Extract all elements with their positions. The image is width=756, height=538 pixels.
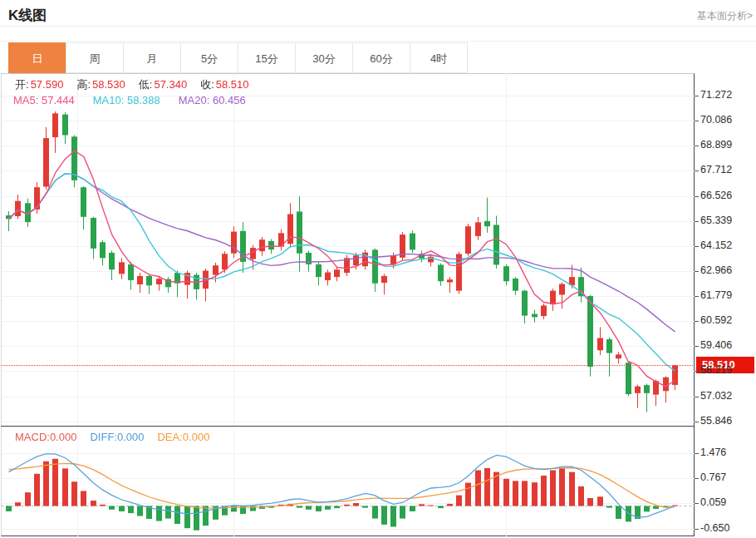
tab-周[interactable]: 周 <box>66 42 124 73</box>
y-axis-tick <box>695 346 699 347</box>
y-axis-label: 61.779 <box>700 289 732 301</box>
y-axis-tick <box>695 246 699 247</box>
close-value: 58.510 <box>216 78 249 91</box>
y-axis-tick <box>695 221 699 222</box>
chart-area: 开:57.590 高:58.530 低:57.340 收:58.510 MA5:… <box>0 73 756 538</box>
y-axis-label: 59.406 <box>700 339 732 351</box>
open-label: 开: <box>15 78 29 91</box>
tab-日[interactable]: 日 <box>8 42 66 73</box>
y-axis-tick <box>695 196 699 197</box>
y-axis-label: 1.476 <box>700 447 726 458</box>
y-axis-label: -0.650 <box>700 522 729 534</box>
tab-60分[interactable]: 60分 <box>352 42 410 73</box>
y-axis-label: 71.272 <box>700 89 732 101</box>
y-axis-label: 0.059 <box>700 496 726 508</box>
tab-月[interactable]: 月 <box>123 42 181 73</box>
interval-tab-bar: 日周月5分15分30分60分4时 <box>0 41 756 74</box>
fundamental-analysis-link[interactable]: 基本面分析> <box>697 9 753 23</box>
macd-readout: MACD:0.000 <box>15 431 76 443</box>
y-axis-tick <box>695 371 699 372</box>
current-price-line <box>1 365 695 366</box>
y-axis-tick <box>695 529 699 530</box>
y-axis-label: 57.032 <box>700 390 732 402</box>
y-axis-tick <box>695 121 699 121</box>
high-label: 高: <box>76 78 91 91</box>
macd-legend: MACD:0.000 DIFF:0.000 DEA:0.000 <box>15 431 209 443</box>
y-axis-tick <box>695 96 699 96</box>
y-axis-tick <box>695 503 699 504</box>
close-label: 收: <box>200 78 214 91</box>
high-value: 58.530 <box>92 78 125 91</box>
tab-30分[interactable]: 30分 <box>295 42 353 73</box>
header-divider <box>0 26 756 27</box>
y-axis-label: 58.219 <box>700 364 732 376</box>
y-axis-label: 65.339 <box>700 215 732 226</box>
tab-5分[interactable]: 5分 <box>180 42 238 73</box>
y-axis-label: 70.086 <box>700 114 732 126</box>
y-axis-tick <box>695 397 699 397</box>
page-title: K线图 <box>8 6 47 25</box>
y-axis-label: 55.846 <box>700 415 732 427</box>
y-axis-tick <box>695 170 699 171</box>
candlestick-canvas[interactable] <box>1 73 695 426</box>
y-axis-label: 68.899 <box>700 139 732 151</box>
y-axis-tick <box>695 478 699 479</box>
ma5-readout: MA5: 57.444 <box>13 94 75 106</box>
y-axis-label: 62.966 <box>700 264 732 276</box>
y-axis-label: 64.152 <box>700 239 732 251</box>
ohlc-readout: 开:57.590 高:58.530 低:57.340 收:58.510 <box>15 77 249 92</box>
low-value: 57.340 <box>154 78 187 91</box>
kline-page: K线图 基本面分析> 日周月5分15分30分60分4时 开:57.590 高:5… <box>0 0 756 538</box>
ma-legend: MA5: 57.444 MA10: 58.388 MA20: 60.456 <box>13 94 246 106</box>
y-axis-label: 60.592 <box>700 314 732 326</box>
open-value: 57.590 <box>31 78 64 91</box>
dea-readout: DEA:0.000 <box>157 431 209 443</box>
y-axis-tick <box>695 321 699 322</box>
low-label: 低: <box>139 78 153 91</box>
diff-readout: DIFF:0.000 <box>90 431 144 443</box>
y-axis-tick <box>695 271 699 272</box>
y-axis-tick <box>695 422 699 422</box>
y-axis-tick <box>695 296 699 297</box>
y-axis-label: 67.712 <box>700 164 732 175</box>
y-axis-label: 66.526 <box>700 190 732 201</box>
y-axis-tick <box>695 453 699 454</box>
ma10-readout: MA10: 58.388 <box>93 94 160 106</box>
tab-4时[interactable]: 4时 <box>410 42 468 73</box>
ma20-readout: MA20: 60.456 <box>179 94 246 106</box>
y-axis-tick <box>695 146 699 146</box>
y-axis-label: 0.767 <box>700 471 726 483</box>
tab-15分[interactable]: 15分 <box>238 42 296 73</box>
